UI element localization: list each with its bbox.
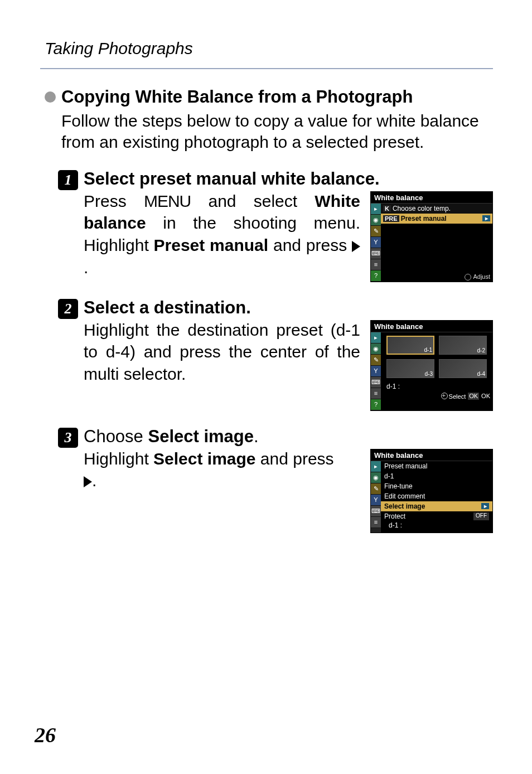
screenshot-white-balance-menu: White balance ▸ ◉ ✎ Y ⌨ ≡ ? K Cho: [370, 191, 493, 282]
step-1: 1 Select preset manual white balance. Pr…: [58, 169, 493, 282]
sc1-row-preset-manual: PRE Preset manual ▸: [381, 214, 492, 224]
sc1-row-colortemp: K Choose color temp.: [381, 204, 492, 214]
playback-tab-icon: ▸: [371, 204, 381, 215]
sc3-off-label: OFF: [473, 512, 489, 520]
setup-tab-icon: Y: [371, 366, 381, 377]
sc3-sidebar: ▸ ◉ ✎ Y ⌨ ≡: [371, 461, 381, 533]
sc3-row-finetune: Fine-tune: [381, 481, 492, 491]
preset-d3-label: d-3: [425, 371, 433, 377]
step-1-text-b: and select: [191, 192, 315, 210]
sc3-row-protect: Protect OFF: [381, 511, 492, 521]
step-1-title: Select preset manual white balance.: [84, 169, 493, 189]
section-title: Copying White Balance from a Photograph: [61, 87, 413, 107]
setup-tab-icon: Y: [371, 237, 381, 248]
sc1-sidebar: ▸ ◉ ✎ Y ⌨ ≡ ?: [371, 204, 381, 282]
sc3-row-preset-manual: Preset manual: [381, 461, 492, 471]
sc2-footer: Select OKOK: [381, 391, 492, 401]
section-description: Follow the steps below to copy a value f…: [61, 110, 493, 153]
playback-tab-icon: ▸: [371, 332, 381, 344]
help-tab-icon: ?: [371, 399, 381, 410]
step-number-2: 2: [58, 299, 78, 319]
step-1-text-e: .: [84, 258, 88, 277]
step-3: 3 Choose Select image. Highlight Select …: [58, 427, 493, 533]
preset-d2: d-2: [439, 336, 487, 355]
ok-icon-label: OK: [469, 393, 478, 399]
sc1-row2-label: Preset manual: [401, 215, 447, 222]
sc3-row-selectimage: Select image ▸: [381, 501, 492, 511]
step-2-title: Select a destination.: [84, 298, 493, 318]
preset-d3: d-3: [386, 359, 434, 378]
sc1-footer: Adjust: [465, 273, 490, 280]
screenshot-select-image-menu: White balance ▸ ◉ ✎ Y ⌨ ≡ Preset manual …: [370, 449, 493, 533]
playback-tab-icon: ▸: [371, 461, 381, 472]
mymenu-tab-icon: ≡: [371, 388, 381, 399]
shooting-tab-icon: ◉: [371, 472, 381, 483]
sc3-row-d1: d-1: [381, 471, 492, 481]
custom-tab-icon: ✎: [371, 355, 381, 366]
custom-tab-icon: ✎: [371, 226, 381, 237]
preset-d4-label: d-4: [477, 371, 485, 377]
preset-d1-label: d-1: [424, 347, 432, 353]
shooting-tab-icon: ◉: [371, 215, 381, 226]
help-tab-icon: ?: [371, 270, 381, 282]
sc2-sidebar: ▸ ◉ ✎ Y ⌨ ≡ ?: [371, 332, 381, 410]
preset-d4: d-4: [439, 359, 487, 378]
step-3-text-b: and press: [256, 449, 334, 468]
step-3-bold: Select image: [153, 449, 255, 468]
sc2-title: White balance: [371, 321, 492, 332]
page-header: Taking Photographs: [45, 39, 493, 58]
mymenu-tab-icon: ≡: [371, 517, 381, 528]
sc3-selectimage-label: Select image: [384, 502, 425, 510]
step-number-3: 3: [58, 428, 78, 448]
step-number-1: 1: [58, 170, 78, 190]
sc2-ok-label: OK: [481, 393, 490, 400]
custom-tab-icon: ✎: [371, 483, 381, 495]
preset-grid: d-1 d-2 d-3 d-4: [381, 332, 492, 381]
sc1-footer-label: Adjust: [473, 273, 490, 280]
step-2-text: Highlight the destination preset (d-1 to…: [84, 319, 360, 385]
sc2-selected-label: d-1 :: [381, 381, 492, 391]
step-1-text-a: Press: [84, 192, 144, 210]
adjust-dial-icon: [465, 274, 471, 280]
step-3-text-c: .: [92, 471, 96, 490]
menu-button-label: MENU: [144, 192, 191, 210]
sc3-title: White balance: [371, 449, 492, 461]
step-1-text-d: and press: [268, 236, 352, 254]
section-bullet-icon: [45, 91, 56, 103]
sc1-pre-prefix: PRE: [383, 215, 399, 222]
preset-d1: d-1: [386, 336, 434, 355]
retouch-tab-icon: ⌨: [371, 248, 381, 259]
right-arrow-icon: [84, 471, 92, 490]
section-title-row: Copying White Balance from a Photograph: [45, 87, 493, 107]
setup-tab-icon: Y: [371, 495, 381, 506]
sc1-k-prefix: K: [383, 205, 391, 212]
retouch-tab-icon: ⌨: [371, 506, 381, 517]
sc3-protect-label: Protect: [384, 512, 405, 520]
retouch-tab-icon: ⌨: [371, 377, 381, 388]
page-number: 26: [35, 723, 56, 747]
step-1-bold-preset: Preset manual: [154, 236, 269, 254]
step-3-title: Choose Select image.: [84, 427, 493, 447]
step-2: 2 Select a destination. Highlight the de…: [58, 298, 493, 411]
screenshot-preset-destination: White balance ▸ ◉ ✎ Y ⌨ ≡ ? d-1 d: [370, 320, 493, 411]
shooting-tab-icon: ◉: [371, 344, 381, 355]
sc3-dlabel: d-1 :: [381, 521, 492, 529]
sc1-row1-label: Choose color temp.: [393, 205, 451, 212]
step-3-title-prefix: Choose: [84, 427, 148, 446]
step-3-text-a: Highlight: [84, 449, 153, 468]
preset-d2-label: d-2: [477, 347, 485, 354]
mymenu-tab-icon: ≡: [371, 259, 381, 270]
sc1-title: White balance: [371, 192, 492, 204]
step-3-text: Highlight Select image and press .: [84, 448, 360, 492]
sc1-arrow-icon: ▸: [482, 215, 490, 221]
header-rule: [40, 68, 493, 69]
right-arrow-icon: [352, 236, 360, 254]
sc3-row-editcomment: Edit comment: [381, 491, 492, 501]
sc2-select-label: Select: [449, 393, 466, 400]
sc3-arrow-icon: ▸: [481, 503, 489, 509]
step-1-text: Press MENU and select White balance in t…: [84, 190, 360, 278]
step-3-title-suffix: .: [254, 427, 259, 446]
select-pad-icon: [441, 393, 448, 399]
step-3-title-bold: Select image: [148, 427, 254, 446]
